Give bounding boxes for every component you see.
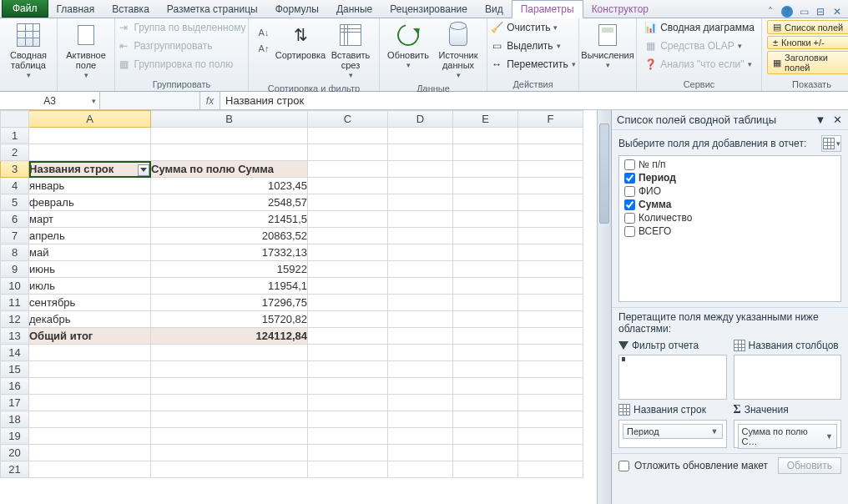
cell[interactable]: [453, 328, 518, 345]
column-header[interactable]: F: [518, 111, 583, 128]
column-header[interactable]: A: [29, 111, 151, 128]
cell[interactable]: [453, 411, 518, 428]
defer-update-checkbox[interactable]: [618, 461, 629, 471]
cell[interactable]: [29, 144, 151, 161]
active-field-button[interactable]: Активное поле▾: [63, 20, 109, 82]
cell[interactable]: [151, 144, 308, 161]
cell[interactable]: [453, 194, 518, 211]
cell[interactable]: [308, 295, 388, 311]
layout-options-button[interactable]: ▾: [821, 135, 841, 152]
field-item[interactable]: Сумма: [623, 198, 837, 211]
cell[interactable]: [308, 461, 388, 478]
worksheet[interactable]: ABCDEF123Названия строкСумма по полю Сум…: [0, 110, 611, 504]
tab-formulas[interactable]: Формулы: [266, 0, 328, 18]
cell[interactable]: 21451,5: [151, 211, 308, 228]
field-item[interactable]: ВСЕГО: [623, 224, 837, 238]
field-checkbox[interactable]: [624, 186, 635, 197]
cell[interactable]: [151, 428, 308, 445]
cell[interactable]: [308, 428, 388, 445]
cell[interactable]: [29, 395, 151, 411]
cell[interactable]: [151, 395, 308, 411]
olap-tools-button[interactable]: ▦Средства OLAP ▾: [640, 38, 745, 53]
sort-asc-button[interactable]: A↓: [254, 25, 274, 40]
fx-icon[interactable]: fx: [200, 92, 220, 109]
cell[interactable]: [453, 395, 518, 411]
cell[interactable]: [518, 211, 583, 228]
field-item[interactable]: Количество: [623, 211, 837, 224]
cell[interactable]: [151, 445, 308, 461]
cell[interactable]: апрель: [29, 228, 151, 244]
cell[interactable]: [308, 328, 388, 345]
data-source-button[interactable]: Источник данных▾: [435, 20, 482, 82]
cell[interactable]: июнь: [29, 261, 151, 278]
window-restore-icon[interactable]: ⊟: [815, 6, 826, 18]
cell[interactable]: [518, 378, 583, 395]
cell[interactable]: 11954,1: [151, 278, 308, 295]
cell[interactable]: [388, 244, 453, 261]
row-header[interactable]: 21: [1, 461, 29, 478]
calculations-button[interactable]: Вычисления▾: [584, 20, 631, 72]
cell[interactable]: [388, 178, 453, 194]
field-list-toggle[interactable]: ▤Список полей: [767, 20, 848, 34]
column-header[interactable]: B: [151, 111, 308, 128]
cell[interactable]: [29, 428, 151, 445]
cell[interactable]: май: [29, 244, 151, 261]
cell[interactable]: [388, 328, 453, 345]
cell[interactable]: 17332,13: [151, 244, 308, 261]
row-header[interactable]: 18: [1, 411, 29, 428]
field-checkbox[interactable]: [624, 213, 635, 224]
tab-page-layout[interactable]: Разметка страницы: [158, 0, 267, 18]
row-header[interactable]: 16: [1, 378, 29, 395]
area-columns-box[interactable]: [734, 355, 842, 400]
cell[interactable]: [151, 345, 308, 361]
cell[interactable]: [453, 128, 518, 144]
cell[interactable]: [151, 361, 308, 378]
help-icon[interactable]: ?: [781, 6, 793, 18]
cell[interactable]: [151, 128, 308, 144]
cell[interactable]: [518, 361, 583, 378]
cell[interactable]: [388, 278, 453, 295]
cell[interactable]: [29, 378, 151, 395]
formula-input[interactable]: Названия строк: [220, 92, 848, 109]
cell[interactable]: [453, 428, 518, 445]
select-button[interactable]: ▭Выделить ▾: [487, 38, 563, 53]
field-list[interactable]: № п/пПериодФИОСуммаКоличествоВСЕГО: [618, 155, 841, 302]
cell[interactable]: [453, 161, 518, 178]
row-header[interactable]: 6: [1, 211, 29, 228]
cell[interactable]: февраль: [29, 194, 151, 211]
row-header[interactable]: 20: [1, 445, 29, 461]
cell[interactable]: [388, 261, 453, 278]
cell[interactable]: [453, 311, 518, 328]
cell[interactable]: [518, 144, 583, 161]
cell[interactable]: [453, 295, 518, 311]
cell[interactable]: [518, 194, 583, 211]
cell[interactable]: [453, 144, 518, 161]
field-checkbox[interactable]: [624, 199, 635, 210]
cell[interactable]: 15922: [151, 261, 308, 278]
cell[interactable]: [453, 378, 518, 395]
field-item[interactable]: № п/п: [623, 158, 837, 171]
cell[interactable]: [388, 211, 453, 228]
cell[interactable]: [518, 328, 583, 345]
cell[interactable]: [453, 361, 518, 378]
refresh-button[interactable]: Обновить▾: [385, 20, 432, 72]
pivot-table-button[interactable]: Сводная таблица▾: [5, 20, 52, 82]
cell[interactable]: январь: [29, 178, 151, 194]
cell[interactable]: сентябрь: [29, 295, 151, 311]
cell[interactable]: [308, 361, 388, 378]
tab-view[interactable]: Вид: [476, 0, 512, 18]
row-header[interactable]: 8: [1, 244, 29, 261]
cell[interactable]: [518, 295, 583, 311]
column-header[interactable]: E: [453, 111, 518, 128]
cell[interactable]: [388, 128, 453, 144]
cell[interactable]: [453, 345, 518, 361]
cell[interactable]: [151, 411, 308, 428]
cell[interactable]: [151, 461, 308, 478]
sort-desc-button[interactable]: A↑: [254, 41, 274, 56]
cell[interactable]: [518, 161, 583, 178]
cell[interactable]: [388, 144, 453, 161]
row-header[interactable]: 9: [1, 261, 29, 278]
row-header[interactable]: 1: [1, 128, 29, 144]
row-field-chip[interactable]: Период▼: [623, 424, 723, 439]
cell[interactable]: [308, 144, 388, 161]
